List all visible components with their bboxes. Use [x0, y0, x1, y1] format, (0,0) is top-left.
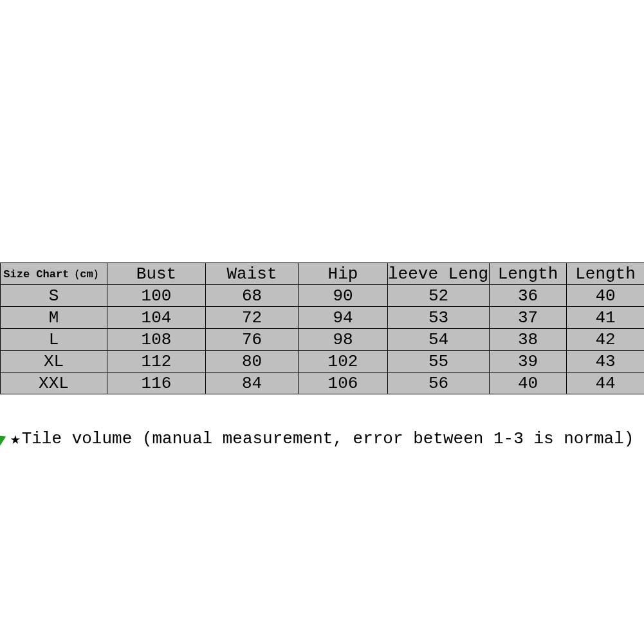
cell-length2: 44	[567, 373, 645, 394]
table-row: S 100 68 90 52 36 40	[1, 285, 645, 307]
cell-length1: 36	[490, 285, 567, 307]
cell-length1: 39	[490, 351, 567, 373]
header-length1: Length	[490, 263, 567, 285]
header-sleeve: leeve Lengt	[388, 263, 490, 285]
table-row: M 104 72 94 53 37 41	[1, 307, 645, 329]
cell-bust: 112	[107, 351, 206, 373]
cell-size: XL	[1, 351, 107, 373]
cell-size: S	[1, 285, 107, 307]
footnote-text: Tile volume (manual measurement, error b…	[22, 429, 634, 448]
page: Size Chart（cm） Bust Waist Hip leeve Leng…	[0, 0, 644, 644]
header-hip: Hip	[299, 263, 388, 285]
cell-waist: 80	[206, 351, 299, 373]
table-body: S 100 68 90 52 36 40 M 104 72 94 53 37 4…	[1, 285, 645, 394]
star-icon: ★	[10, 428, 21, 449]
cell-hip: 90	[299, 285, 388, 307]
table-row: XXL 116 84 106 56 40 44	[1, 373, 645, 394]
cell-size: M	[1, 307, 107, 329]
cell-sleeve: 53	[388, 307, 490, 329]
header-size: Size Chart（cm）	[1, 263, 107, 285]
triangle-icon	[0, 431, 8, 447]
cell-size: XXL	[1, 373, 107, 394]
cell-waist: 76	[206, 329, 299, 351]
header-bust: Bust	[107, 263, 206, 285]
footnote-row: ★ Tile volume (manual measurement, error…	[0, 428, 644, 449]
cell-hip: 106	[299, 373, 388, 394]
cell-sleeve: 52	[388, 285, 490, 307]
cell-size: L	[1, 329, 107, 351]
cell-waist: 84	[206, 373, 299, 394]
cell-sleeve: 54	[388, 329, 490, 351]
cell-hip: 102	[299, 351, 388, 373]
cell-length2: 43	[567, 351, 645, 373]
cell-hip: 98	[299, 329, 388, 351]
cell-bust: 100	[107, 285, 206, 307]
table-header-row: Size Chart（cm） Bust Waist Hip leeve Leng…	[1, 263, 645, 285]
cell-length1: 38	[490, 329, 567, 351]
size-chart-table-area: Size Chart（cm） Bust Waist Hip leeve Leng…	[0, 262, 644, 394]
header-length2: Length	[567, 263, 645, 285]
cell-length2: 42	[567, 329, 645, 351]
cell-waist: 72	[206, 307, 299, 329]
cell-bust: 104	[107, 307, 206, 329]
cell-hip: 94	[299, 307, 388, 329]
cell-waist: 68	[206, 285, 299, 307]
cell-length1: 40	[490, 373, 567, 394]
size-chart-table: Size Chart（cm） Bust Waist Hip leeve Leng…	[0, 262, 644, 394]
cell-sleeve: 56	[388, 373, 490, 394]
cell-length1: 37	[490, 307, 567, 329]
cell-bust: 108	[107, 329, 206, 351]
cell-length2: 41	[567, 307, 645, 329]
cell-sleeve: 55	[388, 351, 490, 373]
table-row: L 108 76 98 54 38 42	[1, 329, 645, 351]
header-waist: Waist	[206, 263, 299, 285]
cell-bust: 116	[107, 373, 206, 394]
cell-length2: 40	[567, 285, 645, 307]
table-row: XL 112 80 102 55 39 43	[1, 351, 645, 373]
